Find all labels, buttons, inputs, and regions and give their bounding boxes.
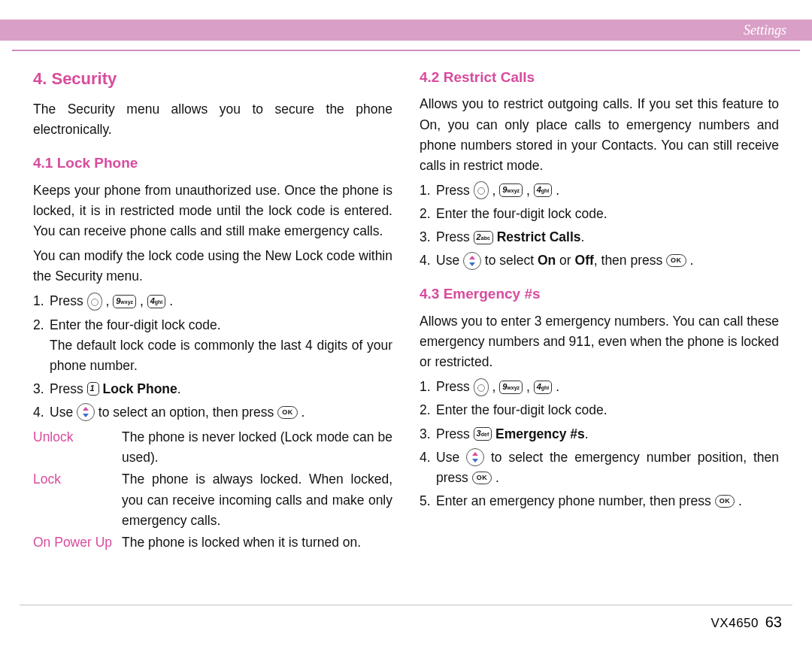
opt-desc: The phone is always locked. When locked,…	[122, 469, 392, 530]
restrict-calls-label: Restrict Calls	[497, 229, 581, 244]
nav-key-icon	[474, 378, 489, 396]
text: Press	[50, 293, 87, 308]
nav-key-icon	[87, 293, 102, 311]
nav-updown-icon	[466, 448, 484, 466]
key-9-icon: 9wxyz	[499, 183, 523, 197]
text: or	[556, 253, 574, 268]
key-4-icon: 4ghi	[534, 381, 553, 394]
model-label: VX4650	[711, 616, 759, 630]
key-4-icon: 4ghi	[534, 183, 553, 197]
opt-on-power-up: On Power Up The phone is locked when it …	[33, 532, 392, 553]
opt-unlock: Unlock The phone is never locked (Lock m…	[33, 427, 392, 468]
ok-key-icon: OK	[277, 406, 298, 419]
text: Enter the four-digit lock code.	[436, 204, 779, 224]
emergency-label: Emergency #s	[495, 426, 585, 441]
opt-label: Lock	[33, 469, 122, 530]
text: Press	[436, 379, 474, 394]
text: to select an option, then press	[98, 405, 277, 420]
left-column: 4. Security The Security menu allows you…	[20, 66, 406, 596]
page-number: 63	[765, 614, 782, 630]
text: Press	[436, 183, 474, 198]
header-bar: Settings	[0, 20, 812, 41]
nav-key-icon	[474, 181, 489, 199]
text: The default lock code is commonly the la…	[50, 338, 392, 373]
key-9-icon: 9wxyz	[113, 295, 136, 308]
s41-p1: Keeps your phone from unauthorized use. …	[33, 180, 392, 241]
page-footer: VX4650 63	[711, 614, 782, 631]
on-label: On	[538, 253, 556, 268]
text: Press	[50, 381, 87, 396]
section-label: Settings	[744, 23, 786, 38]
text: Enter the four-digit lock code.	[436, 400, 779, 420]
s41-steps: 1. Press , 9wxyz , 4ghi . 2. Enter the f…	[33, 291, 392, 423]
opt-label: On Power Up	[33, 532, 122, 553]
footer-rule	[20, 605, 792, 605]
ok-key-icon: OK	[666, 254, 686, 267]
off-label: Off	[575, 253, 594, 268]
text: Enter an emergency phone number, then pr…	[436, 493, 715, 508]
text: , then press	[594, 253, 666, 268]
section-4-intro: The Security menu allows you to secure t…	[33, 99, 392, 140]
s42-steps: 1. Press , 9wxyz , 4ghi . 2.Enter the fo…	[420, 180, 779, 271]
key-1-icon: 1	[87, 382, 99, 396]
opt-desc: The phone is locked when it is turned on…	[122, 532, 392, 553]
key-2-icon: 2abc	[474, 231, 493, 244]
text: Use	[436, 253, 463, 268]
key-9-icon: 9wxyz	[499, 381, 523, 394]
text: to select	[485, 253, 538, 268]
page-content: 4. Security The Security menu allows you…	[0, 66, 812, 596]
text: Use	[50, 405, 77, 420]
section-4-2-title: 4.2 Restrict Calls	[420, 66, 779, 88]
header-rule	[12, 50, 800, 51]
key-3-icon: 3def	[474, 427, 492, 441]
opt-desc: The phone is never locked (Lock mode can…	[122, 427, 392, 468]
opt-lock: Lock The phone is always locked. When lo…	[33, 469, 392, 530]
s43-p1: Allows you to enter 3 emergency numbers.…	[420, 311, 779, 372]
text: Use	[436, 450, 466, 465]
nav-updown-icon	[77, 403, 95, 421]
nav-updown-icon	[463, 252, 481, 270]
section-4-title: 4. Security	[33, 66, 392, 92]
ok-key-icon: OK	[715, 495, 735, 508]
lock-phone-label: Lock Phone	[103, 381, 177, 396]
opt-label: Unlock	[33, 427, 122, 468]
s41-p2: You can modify the lock code using the N…	[33, 246, 392, 287]
key-4-icon: 4ghi	[147, 295, 166, 308]
ok-key-icon: OK	[472, 472, 492, 484]
s42-p1: Allows you to restrict outgoing calls. I…	[420, 94, 779, 176]
section-4-1-title: 4.1 Lock Phone	[33, 152, 392, 174]
text: Enter the four-digit lock code.	[50, 317, 221, 332]
s41-options: Unlock The phone is never locked (Lock m…	[33, 427, 392, 553]
section-4-3-title: 4.3 Emergency #s	[420, 283, 779, 305]
right-column: 4.2 Restrict Calls Allows you to restric…	[406, 66, 792, 596]
text: Press	[436, 426, 474, 441]
text: Press	[436, 229, 474, 244]
s43-steps: 1. Press , 9wxyz , 4ghi . 2.Enter the fo…	[420, 377, 779, 511]
